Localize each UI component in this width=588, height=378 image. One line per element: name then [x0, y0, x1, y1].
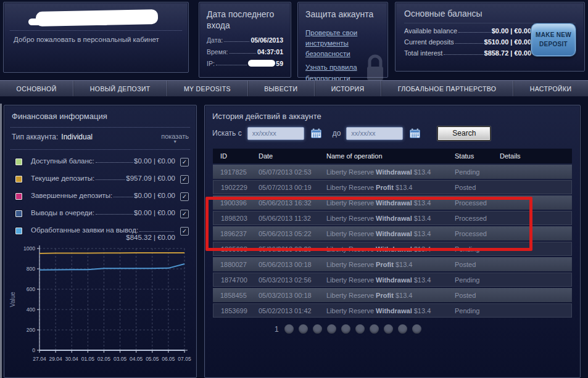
pagination-page-dot[interactable]	[384, 324, 393, 334]
cell-id: 1853699	[213, 303, 251, 318]
finance-item-label: Обработанные заявки на вывод:	[31, 226, 138, 234]
cell-details	[492, 288, 572, 302]
svg-text:400: 400	[27, 306, 35, 313]
main-navigation: ОСНОВНОЙ НОВЫЙ ДЕПОЗИТ MY DEPOSITS ВЫВЕС…	[0, 80, 588, 97]
cell-details	[492, 165, 572, 179]
pagination-page-dot[interactable]	[313, 324, 322, 334]
search-controls: Искать с до	[212, 126, 573, 141]
cell-id: 1858455	[213, 288, 251, 302]
cell-date: 05/06/2013 05:22	[251, 226, 319, 240]
finance-item: Завершенные депозиты: $0.00 | €0.00 ✓	[12, 192, 189, 201]
table-row: 1880027 05/06/2013 00:18 Liberty Reserve…	[213, 257, 572, 271]
cell-details	[492, 273, 572, 287]
balance-label: Available balance	[404, 27, 457, 35]
cell-details	[492, 226, 572, 240]
cell-date: 05/06/2013 16:32	[251, 195, 319, 210]
account-history-panel: История действий в аккаунте Искать с д	[204, 105, 581, 378]
nav-item[interactable]: НОВЫЙ ДЕПОЗИТ	[73, 81, 167, 96]
cell-details	[492, 211, 572, 225]
table-row: 1853699 05/02/2013 01:42 Liberty Reserve…	[213, 303, 572, 318]
svg-text:30.04: 30.04	[65, 356, 79, 362]
table-row: 1874700 05/03/2013 02:56 Liberty Reserve…	[213, 273, 572, 287]
balance-label: Current deposits	[404, 38, 454, 46]
cell-id: 1898203	[213, 211, 251, 225]
pagination-page-dot[interactable]	[327, 324, 336, 334]
balance-value: $858.72 | €0.00	[484, 49, 531, 57]
finance-item: Текущие депозиты: $957.09 | €0.00 ✓	[12, 175, 189, 184]
cell-status: Pending	[447, 303, 492, 318]
search-to-label: до	[333, 129, 341, 138]
window-edge	[0, 104, 2, 378]
cell-id: 1896237	[213, 226, 251, 240]
last-login-panel: Дата последнего входа Дата: 05/06/2013 В…	[199, 2, 291, 78]
pagination-page-dot[interactable]	[299, 324, 308, 334]
nav-item[interactable]: ВЫВЕСТИ	[248, 81, 315, 96]
date-to-input[interactable]	[346, 127, 403, 140]
pagination-page-dot[interactable]	[284, 324, 294, 334]
show-link[interactable]: показать ▼	[161, 133, 189, 144]
search-button[interactable]: Search	[437, 126, 491, 141]
pagination-page-dot[interactable]	[398, 324, 407, 334]
table-row: 1898203 05/06/2013 11:32 Liberty Reserve…	[213, 211, 572, 225]
search-from-label: Искать с	[212, 129, 242, 138]
balance-row: Total interest $858.72 | €0.00	[404, 49, 531, 57]
cell-operation: Liberty Reserve Withdrawal $13.4	[319, 195, 447, 210]
balance-chart: 0200400600800100027.0429.0430.0401.0502.…	[6, 240, 194, 377]
cell-operation: Liberty Reserve Withdrawal $13.4	[319, 165, 447, 179]
checkbox-icon[interactable]: ✓	[180, 210, 189, 218]
nav-item[interactable]: MY DEPOSITS	[167, 81, 247, 96]
cell-date: 05/06/2013 11:32	[251, 211, 319, 225]
divider	[10, 149, 190, 150]
last-login-date: 05/06/2013	[251, 36, 283, 44]
svg-text:Value: Value	[9, 292, 16, 307]
nav-item[interactable]: ГЛОБАЛЬНОЕ ПАРТНЕРСТВО	[381, 81, 513, 96]
svg-text:03.05: 03.05	[114, 356, 127, 362]
last-login-time: 04:37:01	[257, 48, 283, 55]
cell-id: 1874700	[213, 273, 251, 287]
table-row: 1896237 05/06/2013 05:22 Liberty Reserve…	[213, 226, 572, 240]
make-new-deposit-button[interactable]: MAKE NEW DEPOSIT	[531, 23, 576, 56]
pagination-page-dot[interactable]	[341, 324, 350, 334]
svg-text:800: 800	[27, 266, 35, 272]
table-row: 1858455 05/03/2013 00:18 Liberty Reserve…	[213, 288, 572, 302]
account-security-panel: Защита аккаунта Проверьте свои инструмен…	[297, 2, 388, 78]
user-panel: Добро пожаловать в персональный кабинет	[3, 2, 189, 73]
chevron-down-icon: ▼	[173, 140, 177, 144]
svg-text:29.04: 29.04	[49, 356, 62, 362]
legend-color-swatch	[15, 228, 22, 234]
panel-title: Финансовая информация	[12, 112, 189, 121]
table-row: 1902229 05/07/2013 00:19 Liberty Reserve…	[213, 180, 572, 194]
pagination-page-dot[interactable]	[412, 324, 421, 334]
date-from-input[interactable]	[247, 127, 304, 140]
cell-operation: Liberty Reserve Withdrawal $13.4	[319, 242, 447, 256]
legend-color-swatch	[15, 158, 22, 165]
nav-item[interactable]: НАСТРОЙКИ	[513, 81, 588, 96]
cell-id: 1895698	[213, 242, 251, 256]
history-table: ID Date Name of operation Status Details…	[213, 147, 572, 319]
cell-date: 05/06/2013 00:18	[251, 257, 319, 271]
checkbox-icon[interactable]: ✓	[180, 175, 189, 184]
calendar-icon[interactable]	[311, 128, 321, 138]
pagination-page-dot[interactable]	[355, 324, 365, 334]
finance-item-label: Доступный баланс:	[31, 157, 94, 165]
calendar-icon[interactable]	[410, 128, 420, 138]
last-login-ip-row: IP: 59	[207, 60, 283, 67]
panel-title: Защита аккаунта	[305, 9, 380, 20]
balance-row: Current deposits $510.00 | €0.00	[404, 38, 531, 46]
cell-date: 05/02/2013 01:42	[251, 303, 319, 318]
cell-operation: Liberty Reserve Profit $13.4	[319, 257, 447, 271]
nav-item[interactable]: ОСНОВНОЙ	[0, 81, 73, 96]
svg-text:04.05: 04.05	[130, 356, 143, 362]
legend-color-swatch	[15, 193, 22, 200]
pagination-page-dot[interactable]	[370, 324, 379, 334]
finance-item: Обработанные заявки на вывод: $845.32 | …	[12, 226, 189, 241]
checkbox-icon[interactable]: ✓	[180, 192, 189, 201]
nav-item[interactable]: ИСТОРИЯ	[315, 81, 381, 96]
column-header-operation: Name of operation	[319, 149, 447, 163]
pagination-current-page[interactable]: 1	[275, 325, 279, 334]
welcome-text: Добро пожаловать в персональный кабинет	[14, 36, 159, 43]
checkbox-icon[interactable]: ✓	[180, 227, 189, 236]
finance-item-value: $0.00 | €0.00	[134, 157, 175, 165]
checkbox-icon[interactable]: ✓	[180, 158, 189, 166]
cell-status: Posted	[447, 180, 492, 194]
